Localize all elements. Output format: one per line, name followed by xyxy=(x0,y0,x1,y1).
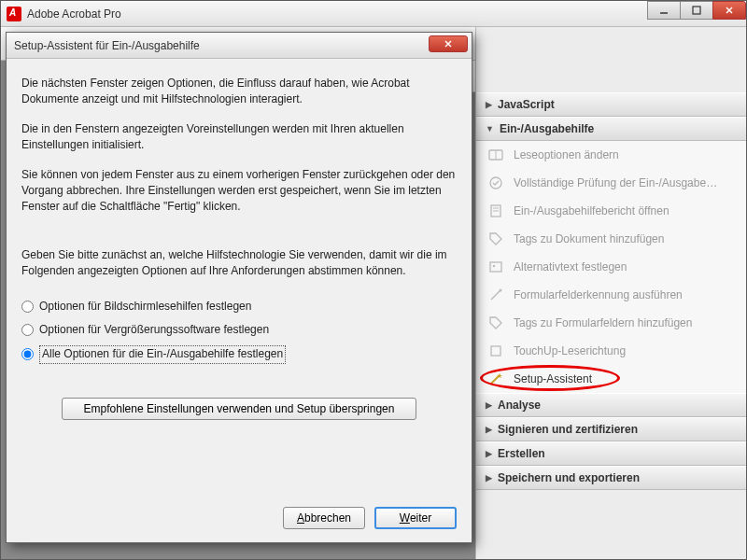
dialog-paragraph-3: Sie können von jedem Fenster aus zu eine… xyxy=(21,167,457,216)
app-title: Adobe Acrobat Pro xyxy=(27,7,740,21)
dialog-close-button[interactable] xyxy=(429,35,468,52)
dialog-footer: Abbrechen Weiter xyxy=(283,507,457,529)
radio-all-options-label: Alle Optionen für die Ein-/Ausgabehilfe … xyxy=(39,345,286,363)
tool-form-tags[interactable]: Tags zu Formularfeldern hinzufügen xyxy=(476,309,746,337)
dialog-paragraph-2: Die in den Fenstern angezeigten Voreinst… xyxy=(21,121,457,154)
radio-screenreader-input[interactable] xyxy=(21,301,34,313)
app-titlebar: Adobe Acrobat Pro xyxy=(1,1,746,27)
tool-add-tags[interactable]: Tags zu Dokument hinzufügen xyxy=(476,225,746,253)
svg-rect-10 xyxy=(490,262,501,272)
accordion-analyse[interactable]: ▶Analyse xyxy=(476,393,746,417)
tool-alt-text[interactable]: Alternativtext festlegen xyxy=(476,253,746,281)
tag-plus-icon xyxy=(487,315,504,331)
tool-touchup[interactable]: TouchUp-Leserichtung xyxy=(476,337,746,365)
setup-assistant-dialog: Setup-Assistent für Ein-/Ausgabehilfe Di… xyxy=(6,32,472,543)
wand-icon xyxy=(487,287,504,303)
tool-form-recog[interactable]: Formularfelderkennung ausführen xyxy=(476,281,746,309)
accordion-save[interactable]: ▶Speichern und exportieren xyxy=(476,466,746,490)
svg-line-12 xyxy=(491,290,500,300)
radio-magnifier[interactable]: Optionen für Vergrößerungssoftware festl… xyxy=(21,322,457,338)
radio-group-assistive-tech: Optionen für Bildschirmlesehilfen festle… xyxy=(21,299,457,364)
triangle-right-icon: ▶ xyxy=(486,100,492,109)
radio-all-options-input[interactable] xyxy=(21,348,34,360)
tool-setup-assistant[interactable]: Setup-Assistent xyxy=(476,365,746,393)
svg-rect-14 xyxy=(491,346,500,356)
next-button[interactable]: Weiter xyxy=(374,507,457,529)
radio-magnifier-label: Optionen für Vergrößerungssoftware festl… xyxy=(39,322,269,338)
accordion-accessibility[interactable]: ▼Ein-/Ausgabehilfe xyxy=(476,117,746,141)
radio-screenreader[interactable]: Optionen für Bildschirmlesehilfen festle… xyxy=(21,299,457,315)
triangle-down-icon: ▼ xyxy=(486,124,494,133)
wizard-icon xyxy=(487,371,504,387)
triangle-right-icon: ▶ xyxy=(486,473,492,483)
cancel-button[interactable]: Abbrechen xyxy=(283,507,365,529)
cancel-button-rest: bbrechen xyxy=(304,511,351,525)
svg-line-15 xyxy=(491,375,500,384)
triangle-right-icon: ▶ xyxy=(486,400,492,410)
svg-point-6 xyxy=(490,177,501,189)
tool-full-check[interactable]: Vollständige Prüfung der Ein-/Ausgabe… xyxy=(476,169,746,197)
dialog-body: Die nächsten Fenster zeigen Optionen, di… xyxy=(7,59,472,429)
tool-report[interactable]: Ein-/Ausgabehilfebericht öffnen xyxy=(476,197,746,225)
accordion-create[interactable]: ▶Erstellen xyxy=(476,441,746,466)
tools-panel: ▶JavaScript ▼Ein-/Ausgabehilfe Leseoptio… xyxy=(475,27,746,559)
book-icon xyxy=(487,147,504,163)
accordion-javascript[interactable]: ▶JavaScript xyxy=(476,92,746,117)
acrobat-icon xyxy=(7,7,21,21)
tag-icon xyxy=(487,231,504,247)
maximize-button[interactable] xyxy=(680,1,713,20)
app-close-button[interactable] xyxy=(712,1,746,20)
report-icon xyxy=(487,203,504,219)
next-button-rest: eiter xyxy=(410,511,431,525)
dialog-paragraph-4: Geben Sie bitte zunächst an, welche Hilf… xyxy=(21,247,457,280)
dialog-titlebar: Setup-Assistent für Ein-/Ausgabehilfe xyxy=(7,33,472,59)
triangle-right-icon: ▶ xyxy=(486,449,492,458)
svg-point-11 xyxy=(493,265,495,267)
radio-magnifier-input[interactable] xyxy=(21,324,34,336)
minimize-button[interactable] xyxy=(647,1,681,20)
svg-rect-1 xyxy=(693,7,700,14)
svg-point-13 xyxy=(500,289,502,292)
radio-all-options[interactable]: Alle Optionen für die Ein-/Ausgabehilfe … xyxy=(21,345,457,363)
dialog-paragraph-1: Die nächsten Fenster zeigen Optionen, di… xyxy=(21,76,457,108)
touchup-icon xyxy=(487,343,504,359)
accessibility-tools-list: Leseoptionen ändern Vollständige Prüfung… xyxy=(476,141,746,393)
radio-screenreader-label: Optionen für Bildschirmlesehilfen festle… xyxy=(39,299,251,315)
check-badge-icon xyxy=(487,175,504,191)
use-recommended-skip-button[interactable]: Empfohlene Einstellungen verwenden und S… xyxy=(62,398,416,420)
image-icon xyxy=(487,259,504,275)
accordion-sign[interactable]: ▶Signieren und zertifizieren xyxy=(476,417,746,441)
tool-read-options[interactable]: Leseoptionen ändern xyxy=(476,141,746,169)
dialog-title: Setup-Assistent für Ein-/Ausgabehilfe xyxy=(14,39,200,52)
triangle-right-icon: ▶ xyxy=(486,425,492,434)
